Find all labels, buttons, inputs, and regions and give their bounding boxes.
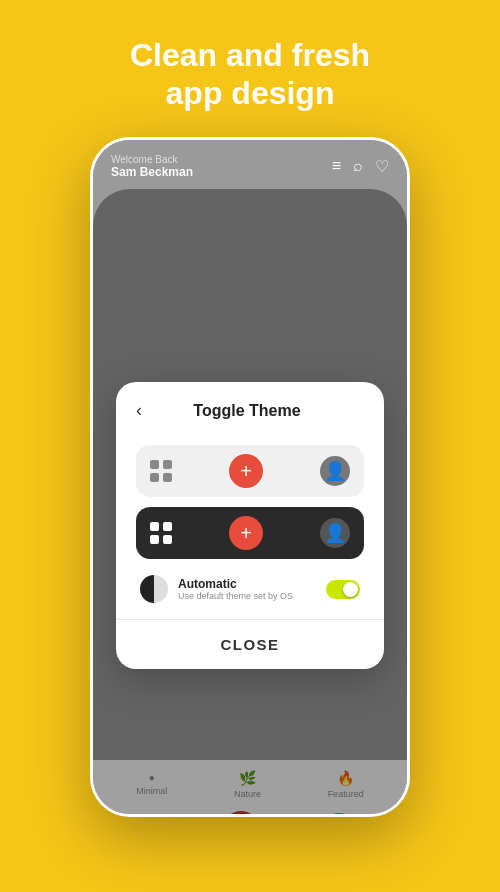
auto-text-block: Automatic Use default theme set by OS: [178, 577, 316, 601]
heart-icon[interactable]: ♡: [375, 157, 389, 176]
page-headline: Clean and fresh app design: [90, 36, 410, 113]
auto-sublabel: Use default theme set by OS: [178, 591, 316, 601]
filter-icon[interactable]: ≡: [332, 157, 341, 175]
user-name: Sam Beckman: [111, 165, 193, 179]
back-button[interactable]: ‹: [136, 400, 142, 421]
dark-theme-row[interactable]: + 👤: [136, 507, 364, 559]
header-icons: ≡ ⌕ ♡: [332, 157, 389, 176]
close-button[interactable]: CLOSE: [116, 620, 384, 669]
toggle-knob: [343, 582, 358, 597]
modal-body: + 👤 + 👤: [116, 435, 384, 619]
phone-header: Welcome Back Sam Beckman ≡ ⌕ ♡: [93, 140, 407, 189]
search-icon[interactable]: ⌕: [353, 157, 363, 175]
light-grid-icon: [150, 460, 172, 482]
dark-user-icon: 👤: [320, 518, 350, 548]
light-user-icon: 👤: [320, 456, 350, 486]
auto-label: Automatic: [178, 577, 316, 591]
phone-mockup: Welcome Back Sam Beckman ≡ ⌕ ♡ ● Minimal…: [90, 137, 410, 817]
welcome-text: Welcome Back: [111, 154, 193, 165]
modal-overlay: ‹ Toggle Theme + 👤: [93, 189, 407, 817]
light-theme-row[interactable]: + 👤: [136, 445, 364, 497]
auto-toggle[interactable]: [326, 580, 360, 599]
user-greeting: Welcome Back Sam Beckman: [111, 154, 193, 179]
modal-header: ‹ Toggle Theme: [116, 382, 384, 435]
light-add-button[interactable]: +: [229, 454, 263, 488]
theme-auto-icon: [140, 575, 168, 603]
modal-title: Toggle Theme: [152, 402, 342, 420]
dark-grid-icon: [150, 522, 172, 544]
toggle-theme-modal: ‹ Toggle Theme + 👤: [116, 382, 384, 669]
automatic-section: Automatic Use default theme set by OS: [136, 575, 364, 619]
phone-background: ● Minimal 🌿 Nature 🔥 Featured ⊞ + 🌍: [93, 189, 407, 817]
dark-add-button[interactable]: +: [229, 516, 263, 550]
